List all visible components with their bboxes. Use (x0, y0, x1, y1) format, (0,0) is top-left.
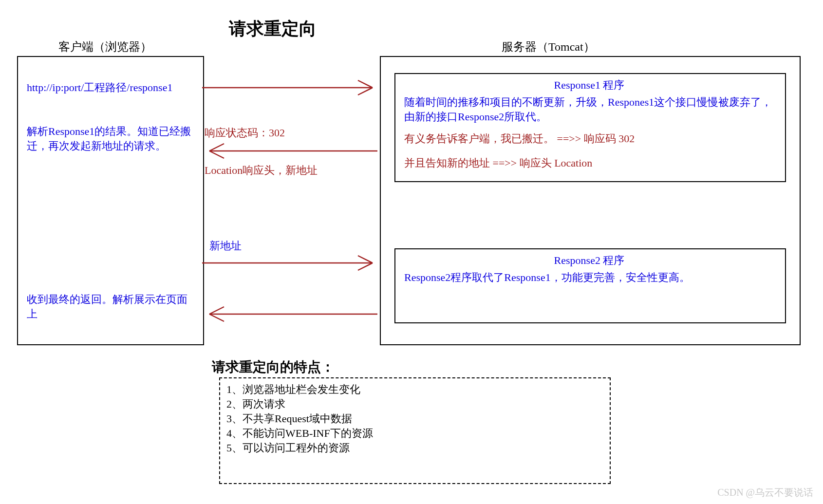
resp1-title: Response1 程序 (394, 78, 784, 93)
arrow-302-response (202, 141, 382, 161)
client-final-text: 收到最终的返回。解析展示在页面上 (27, 292, 192, 321)
svg-line-2 (358, 88, 373, 95)
feature-3: 3、不共享Request域中数据 (226, 411, 352, 426)
feature-5: 5、可以访问工程外的资源 (226, 441, 350, 455)
svg-line-10 (209, 307, 224, 314)
arrow-302-status-label: 响应状态码：302 (205, 126, 285, 140)
watermark: CSDN @乌云不要说话 (717, 486, 813, 499)
server-label: 服务器（Tomcat） (502, 39, 595, 55)
resp2-title: Response2 程序 (394, 253, 784, 268)
arrow-request1 (202, 78, 382, 97)
resp1-line3: 并且告知新的地址 ==>> 响应头 Location (404, 156, 779, 170)
svg-line-11 (209, 314, 224, 321)
svg-line-5 (209, 151, 224, 158)
svg-line-1 (358, 80, 373, 88)
resp1-line1: 随着时间的推移和项目的不断更新，升级，Respones1这个接口慢慢被废弃了，由… (404, 95, 779, 124)
arrow-newaddr (202, 253, 382, 273)
resp1-line2: 有义务告诉客户端，我已搬迁。 ==>> 响应码 302 (404, 131, 779, 146)
svg-line-8 (358, 263, 373, 270)
diagram-title: 请求重定向 (229, 17, 317, 41)
arrow-final-response (202, 304, 382, 324)
client-label: 客户端（浏览器） (58, 39, 152, 55)
feature-1: 1、浏览器地址栏会发生变化 (226, 382, 360, 397)
resp2-line1: Response2程序取代了Response1，功能更完善，安全性更高。 (404, 270, 779, 285)
client-parse-text: 解析Response1的结果。知道已经搬迁，再次发起新地址的请求。 (27, 124, 192, 153)
feature-2: 2、两次请求 (226, 397, 285, 411)
features-title: 请求重定向的特点： (212, 358, 335, 376)
feature-4: 4、不能访问WEB-INF下的资源 (226, 426, 373, 441)
arrow-newaddr-label: 新地址 (209, 239, 242, 253)
svg-line-4 (209, 144, 224, 151)
arrow-302-location-label: Location响应头，新地址 (205, 163, 318, 178)
svg-line-7 (358, 256, 373, 263)
